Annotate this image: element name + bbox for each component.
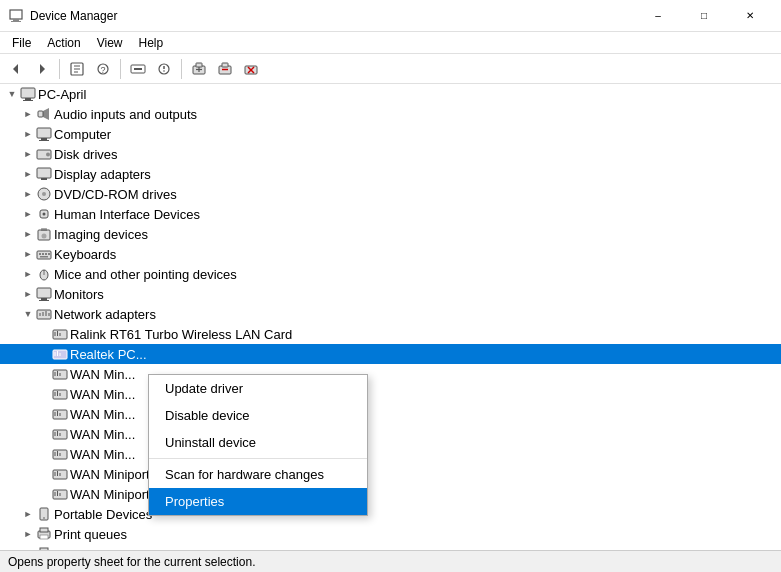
forward-button[interactable] (30, 57, 54, 81)
tree-item-keyboards[interactable]: ►Keyboards (0, 244, 781, 264)
device-icon-printers (36, 546, 52, 550)
show-hidden-button[interactable] (126, 57, 150, 81)
tree-item-display[interactable]: ►Display adapters (0, 164, 781, 184)
expand-icon-audio[interactable]: ► (20, 106, 36, 122)
expand-icon-portable[interactable]: ► (20, 506, 36, 522)
svg-point-35 (46, 153, 50, 157)
expand-icon-dvd[interactable]: ► (20, 186, 36, 202)
tree-item-computer[interactable]: ►Computer (0, 124, 781, 144)
expand-icon-wan1[interactable] (36, 366, 52, 382)
expand-icon-wan5[interactable] (36, 446, 52, 462)
svg-rect-0 (10, 10, 22, 19)
update-driver-button[interactable]: ? (91, 57, 115, 81)
tree-item-audio[interactable]: ►Audio inputs and outputs (0, 104, 781, 124)
expand-icon-realtek[interactable] (36, 346, 52, 362)
uninstall-button[interactable] (239, 57, 263, 81)
tree-item-realtek[interactable]: Realtek PC... (0, 344, 781, 364)
tree-item-disk[interactable]: ►Disk drives (0, 144, 781, 164)
tree-item-network[interactable]: ▼Network adapters (0, 304, 781, 324)
tree-item-wan2[interactable]: WAN Min... (0, 384, 781, 404)
tree-item-wan4[interactable]: WAN Min... (0, 424, 781, 444)
tree-item-wan-pptp[interactable]: WAN Miniport (PPTP) (0, 464, 781, 484)
tree-item-wan3[interactable]: WAN Min... (0, 404, 781, 424)
scan-hardware-button[interactable] (152, 57, 176, 81)
context-menu-item-uninstall-device[interactable]: Uninstall device (149, 429, 367, 456)
window-title: Device Manager (30, 9, 635, 23)
device-icon-imaging (36, 226, 52, 242)
close-button[interactable]: ✕ (727, 0, 773, 32)
menu-view[interactable]: View (89, 34, 131, 52)
tree-item-imaging[interactable]: ►Imaging devices (0, 224, 781, 244)
expand-icon-imaging[interactable]: ► (20, 226, 36, 242)
svg-rect-21 (222, 63, 228, 67)
device-icon-ralink (52, 326, 68, 342)
device-icon-wan2 (52, 386, 68, 402)
tree-item-hid[interactable]: ►Human Interface Devices (0, 204, 781, 224)
context-menu-item-properties[interactable]: Properties (149, 488, 367, 515)
tree-label-audio: Audio inputs and outputs (54, 107, 197, 122)
expand-icon-keyboards[interactable]: ► (20, 246, 36, 262)
menu-bar: File Action View Help (0, 32, 781, 54)
expand-icon-printq[interactable]: ► (20, 526, 36, 542)
expand-icon-network[interactable]: ▼ (20, 306, 36, 322)
context-menu-item-disable-device[interactable]: Disable device (149, 402, 367, 429)
tree-item-wan-sstp[interactable]: WAN Miniport (SSTP) (0, 484, 781, 504)
expand-icon-wan2[interactable] (36, 386, 52, 402)
expand-icon-wan-pptp[interactable] (36, 466, 52, 482)
svg-rect-27 (25, 98, 31, 100)
tree-item-printers[interactable]: ►Printers (0, 544, 781, 550)
expand-icon-display[interactable]: ► (20, 166, 36, 182)
svg-rect-100 (40, 528, 48, 532)
expand-icon-hid[interactable]: ► (20, 206, 36, 222)
menu-action[interactable]: Action (39, 34, 88, 52)
menu-help[interactable]: Help (131, 34, 172, 52)
tree-label-computer: Computer (54, 127, 111, 142)
expand-icon-mice[interactable]: ► (20, 266, 36, 282)
tree-item-wan1[interactable]: WAN Min... (0, 364, 781, 384)
device-icon-mice (36, 266, 52, 282)
svg-rect-33 (39, 140, 49, 141)
svg-rect-48 (45, 253, 47, 255)
svg-rect-46 (39, 253, 41, 255)
svg-marker-4 (40, 64, 45, 74)
device-icon-portable (36, 506, 52, 522)
tree-item-portable[interactable]: ►Portable Devices (0, 504, 781, 524)
tree-label-pc-root: PC-April (38, 87, 86, 102)
expand-icon-monitors[interactable]: ► (20, 286, 36, 302)
svg-point-44 (42, 234, 47, 239)
expand-icon-wan4[interactable] (36, 426, 52, 442)
tree-item-wan5[interactable]: WAN Min... (0, 444, 781, 464)
device-tree[interactable]: ▼PC-April►Audio inputs and outputs►Compu… (0, 84, 781, 550)
tree-item-pc-root[interactable]: ▼PC-April (0, 84, 781, 104)
toolbar-separator-2 (120, 59, 121, 79)
expand-icon-disk[interactable]: ► (20, 146, 36, 162)
expand-icon-ralink[interactable] (36, 326, 52, 342)
expand-icon-printers[interactable]: ► (20, 546, 36, 550)
tree-item-mice[interactable]: ►Mice and other pointing devices (0, 264, 781, 284)
svg-point-39 (42, 192, 46, 196)
expand-icon-wan-sstp[interactable] (36, 486, 52, 502)
tree-label-wan3: WAN Min... (70, 407, 135, 422)
maximize-button[interactable]: □ (681, 0, 727, 32)
main-content: ▼PC-April►Audio inputs and outputs►Compu… (0, 84, 781, 550)
minimize-button[interactable]: – (635, 0, 681, 32)
expand-icon-wan3[interactable] (36, 406, 52, 422)
device-icon-keyboards (36, 246, 52, 262)
back-button[interactable] (4, 57, 28, 81)
tree-item-printq[interactable]: ►Print queues (0, 524, 781, 544)
context-menu-item-update-driver[interactable]: Update driver (149, 375, 367, 402)
device-icon-wan1 (52, 366, 68, 382)
menu-file[interactable]: File (4, 34, 39, 52)
context-menu-item-scan-hardware[interactable]: Scan for hardware changes (149, 461, 367, 488)
remove-device-button[interactable] (213, 57, 237, 81)
svg-point-41 (43, 213, 46, 216)
properties-button[interactable] (65, 57, 89, 81)
tree-item-dvd[interactable]: ►DVD/CD-ROM drives (0, 184, 781, 204)
tree-item-ralink[interactable]: Ralink RT61 Turbo Wireless LAN Card (0, 324, 781, 344)
tree-item-monitors[interactable]: ►Monitors (0, 284, 781, 304)
expand-icon-computer[interactable]: ► (20, 126, 36, 142)
expand-icon-pc-root[interactable]: ▼ (4, 86, 20, 102)
tree-label-wan2: WAN Min... (70, 387, 135, 402)
toolbar-separator-3 (181, 59, 182, 79)
add-legacy-button[interactable] (187, 57, 211, 81)
